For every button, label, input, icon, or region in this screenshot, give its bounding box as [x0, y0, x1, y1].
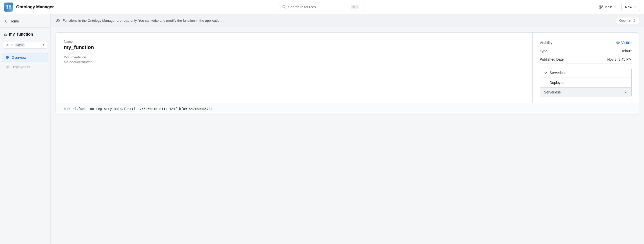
search-bar[interactable]: ⌘ K — [279, 3, 365, 11]
nav-right: Main New — [597, 3, 640, 11]
visibility-eye-icon — [616, 41, 620, 45]
home-link[interactable]: Home — [0, 17, 50, 25]
published-row: Published Date Nov 3, 3:45 PM — [540, 55, 632, 64]
type-label: Type — [540, 49, 547, 53]
new-button[interactable]: New — [621, 3, 640, 11]
app-title: Ontology Manager — [16, 5, 54, 10]
card-left: Name my_function Documentation No docume… — [56, 33, 533, 103]
visibility-row: Visibility Visible — [540, 39, 632, 47]
branch-label: Main — [605, 5, 612, 9]
content-area: Name my_function Documentation No docume… — [51, 27, 644, 244]
branch-button[interactable]: Main — [597, 4, 619, 11]
card-right: Visibility Visible Type Def — [533, 33, 639, 103]
svg-rect-11 — [6, 58, 8, 59]
type-value: Default — [621, 49, 632, 53]
open-in-button[interactable]: Open in — [616, 17, 639, 24]
rid-value: ri.function-registry.main.function.36b60… — [72, 107, 213, 111]
docs-placeholder: No documentation — [64, 60, 524, 64]
fx-badge: fx — [4, 33, 7, 36]
serverless-select-label: Serverless — [544, 90, 561, 94]
svg-point-15 — [57, 20, 59, 21]
new-chevron-icon — [634, 6, 636, 8]
name-value: my_function — [64, 44, 524, 50]
function-name: my_function — [9, 32, 33, 37]
topnav: Ontology Manager ⌘ K Main New — [0, 0, 644, 14]
home-label: Home — [10, 19, 19, 23]
svg-line-5 — [285, 8, 286, 8]
published-value: Nov 3, 3:45 PM — [607, 57, 632, 61]
published-label: Published Date — [540, 57, 564, 61]
sidebar-item-deployment: Deployment — [2, 63, 48, 71]
check-icon — [544, 71, 548, 75]
version-selector[interactable]: 0.0.2 Latest ▾ — [3, 41, 47, 48]
sidebar-divider — [0, 27, 50, 28]
function-title: fx my_function — [0, 30, 50, 39]
layout: Home fx my_function 0.0.2 Latest ▾ Overv… — [0, 14, 644, 244]
deployment-icon — [6, 65, 9, 69]
svg-rect-3 — [9, 7, 11, 9]
deployed-label: Deployed — [550, 81, 564, 85]
svg-rect-0 — [7, 5, 8, 7]
app-logo — [4, 3, 13, 12]
open-in-label: Open in — [619, 19, 631, 22]
select-chevron-icon — [624, 91, 627, 94]
deployment-label: Deployment — [11, 65, 30, 69]
name-label: Name — [64, 40, 524, 43]
svg-rect-10 — [8, 56, 9, 57]
rid-row: RID ri.function-registry.main.function.3… — [64, 107, 631, 111]
card-footer: RID ri.function-registry.main.function.3… — [56, 103, 639, 114]
overview-icon — [6, 56, 10, 60]
rid-label: RID — [64, 107, 70, 111]
svg-rect-2 — [7, 7, 8, 9]
serverless-label: Serverless — [550, 71, 566, 75]
visibility-value: Visible — [616, 41, 632, 45]
version-chevron-icon: ▾ — [43, 43, 44, 46]
branch-icon — [599, 5, 603, 9]
external-link-icon — [632, 19, 636, 22]
version-tag: Latest — [15, 43, 25, 47]
visibility-text: Visible — [621, 41, 632, 45]
docs-label: Documentation — [64, 55, 524, 59]
new-label: New — [625, 5, 632, 9]
svg-point-17 — [617, 42, 618, 43]
search-icon — [282, 5, 286, 9]
deployed-option[interactable]: Deployed — [540, 78, 631, 87]
serverless-option[interactable]: Serverless — [540, 68, 631, 78]
visibility-label: Visibility — [540, 41, 552, 45]
svg-rect-12 — [8, 58, 9, 59]
sidebar-item-overview[interactable]: Overview — [2, 53, 48, 62]
function-card: Name my_function Documentation No docume… — [56, 32, 639, 114]
search-input[interactable] — [288, 5, 349, 9]
card-main: Name my_function Documentation No docume… — [56, 33, 639, 103]
branch-chevron-icon — [614, 6, 616, 8]
main-content: Functions in the Ontology Manager are re… — [51, 14, 644, 244]
serverless-select-btn[interactable]: Serverless — [540, 87, 631, 97]
read-only-banner: Functions in the Ontology Manager are re… — [51, 14, 644, 27]
sidebar: Home fx my_function 0.0.2 Latest ▾ Overv… — [0, 14, 51, 244]
svg-rect-1 — [9, 5, 11, 7]
banner-message: Functions in the Ontology Manager are re… — [63, 19, 222, 22]
deployment-type-dropdown: Serverless Deployed Serverless — [540, 68, 632, 97]
version-number: 0.0.2 — [6, 43, 13, 47]
banner-actions: Open in — [616, 17, 639, 24]
svg-rect-9 — [6, 56, 8, 57]
type-row: Type Default — [540, 47, 632, 55]
overview-label: Overview — [12, 56, 26, 60]
eye-icon — [56, 18, 60, 23]
sidebar-nav: Overview Deployment — [0, 53, 50, 72]
search-shortcut: ⌘ K — [351, 5, 359, 9]
back-arrow-icon — [4, 19, 8, 23]
